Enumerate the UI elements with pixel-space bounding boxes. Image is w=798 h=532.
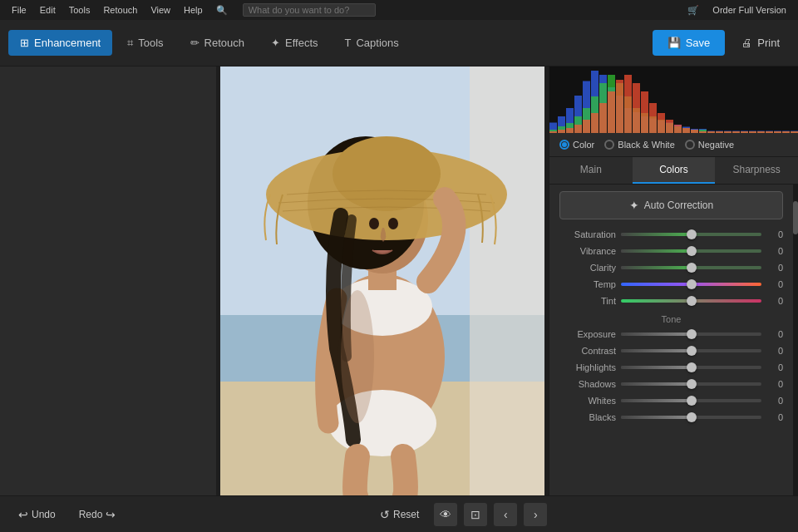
svg-rect-3 xyxy=(470,66,544,495)
tab-captions[interactable]: T Captions xyxy=(333,30,411,56)
svg-point-13 xyxy=(388,218,398,229)
color-mode-selector: Color Black & White Negative xyxy=(549,133,798,157)
negative-radio xyxy=(685,140,695,150)
blacks-label: Blacks xyxy=(559,412,616,422)
exposure-row: Exposure 0 xyxy=(559,329,783,339)
menu-view[interactable]: View xyxy=(145,3,175,17)
menu-bar: File Edit Tools Retouch View Help 🔍 🛒 Or… xyxy=(0,0,798,20)
vibrance-slider[interactable] xyxy=(621,249,761,253)
fit-icon: ⊡ xyxy=(470,508,480,521)
search-input[interactable] xyxy=(243,3,376,17)
order-full[interactable]: 🛒 Order Full Version xyxy=(682,3,791,17)
prev-button[interactable]: ‹ xyxy=(494,503,517,526)
exposure-slider[interactable] xyxy=(621,332,761,336)
clarity-slider[interactable] xyxy=(621,266,761,269)
save-icon: 💾 xyxy=(667,37,681,49)
undo-button[interactable]: ↩ Undo xyxy=(10,503,64,526)
search-icon: 🔍 xyxy=(211,3,233,17)
wand-icon: ✦ xyxy=(629,199,639,212)
reset-button[interactable]: ↺ Reset xyxy=(372,503,427,526)
eye-button[interactable]: 👁 xyxy=(434,503,457,526)
exposure-label: Exposure xyxy=(559,329,616,339)
undo-icon: ↩ xyxy=(18,508,28,521)
contrast-row: Contrast 0 xyxy=(559,346,783,356)
menu-help[interactable]: Help xyxy=(179,3,208,17)
color-mode-color[interactable]: Color xyxy=(559,140,594,150)
contrast-value: 0 xyxy=(766,346,783,356)
highlights-value: 0 xyxy=(766,362,783,372)
next-button[interactable]: › xyxy=(524,503,547,526)
photo-canvas xyxy=(220,66,544,495)
whites-slider[interactable] xyxy=(621,399,761,402)
shadows-slider[interactable] xyxy=(621,382,761,386)
next-icon: › xyxy=(534,508,538,521)
tab-main[interactable]: Main xyxy=(549,157,633,184)
tint-row: Tint 0 xyxy=(559,296,783,306)
highlights-row: Highlights 0 xyxy=(559,362,783,372)
toolbar-actions: 💾 Save 🖨 Print xyxy=(653,30,790,56)
right-panel: Color Black & White Negative Main Colors… xyxy=(549,66,798,495)
contrast-slider[interactable] xyxy=(621,349,761,352)
crop-icon: ⌗ xyxy=(127,37,133,50)
effects-icon: ✦ xyxy=(271,37,280,49)
blacks-value: 0 xyxy=(766,412,783,422)
tint-label: Tint xyxy=(559,296,616,306)
clarity-value: 0 xyxy=(766,263,783,273)
redo-button[interactable]: Redo ↪ xyxy=(71,503,125,526)
canvas-area xyxy=(216,66,549,495)
temp-row: Temp 0 xyxy=(559,279,783,289)
menu-edit[interactable]: Edit xyxy=(35,3,61,17)
shadows-label: Shadows xyxy=(559,379,616,389)
auto-correction-button[interactable]: ✦ Auto Correction xyxy=(559,191,783,219)
clarity-label: Clarity xyxy=(559,263,616,273)
clarity-row: Clarity 0 xyxy=(559,263,783,273)
color-mode-bw[interactable]: Black & White xyxy=(604,140,674,150)
text-icon: T xyxy=(345,37,352,49)
bottom-bar: ↩ Undo Redo ↪ ↺ Reset 👁 ⊡ ‹ › xyxy=(0,495,798,532)
highlights-label: Highlights xyxy=(559,362,616,372)
menu-file[interactable]: File xyxy=(7,3,32,17)
saturation-label: Saturation xyxy=(559,229,616,239)
fit-button[interactable]: ⊡ xyxy=(464,503,487,526)
brush-icon: ✏ xyxy=(190,37,200,49)
eye-icon: 👁 xyxy=(440,508,451,521)
print-icon: 🖨 xyxy=(741,37,752,49)
left-panel xyxy=(0,66,216,495)
tone-section-title: Tone xyxy=(559,314,783,324)
svg-point-12 xyxy=(369,218,379,229)
menu-tools[interactable]: Tools xyxy=(64,3,96,17)
histogram xyxy=(549,66,798,133)
color-radio xyxy=(559,140,569,150)
photo-svg xyxy=(220,66,544,495)
tab-retouch[interactable]: ✏ Retouch xyxy=(179,30,256,56)
highlights-slider[interactable] xyxy=(621,366,761,369)
temp-label: Temp xyxy=(559,279,616,289)
prev-icon: ‹ xyxy=(504,508,508,521)
tab-effects[interactable]: ✦ Effects xyxy=(259,30,330,56)
vibrance-row: Vibrance 0 xyxy=(559,246,783,256)
whites-row: Whites 0 xyxy=(559,396,783,406)
color-mode-negative[interactable]: Negative xyxy=(685,140,734,150)
saturation-slider[interactable] xyxy=(621,233,761,236)
save-button[interactable]: 💾 Save xyxy=(653,30,726,56)
vibrance-value: 0 xyxy=(766,246,783,256)
print-button[interactable]: 🖨 Print xyxy=(732,30,790,56)
tab-enhancement[interactable]: ⊞ Enhancement xyxy=(8,30,112,56)
tint-value: 0 xyxy=(766,296,783,306)
tab-sharpness[interactable]: Sharpness xyxy=(715,157,798,184)
tab-colors[interactable]: Colors xyxy=(633,157,716,184)
redo-icon: ↪ xyxy=(106,508,116,521)
enhancement-icon: ⊞ xyxy=(20,37,29,49)
svg-point-14 xyxy=(341,290,374,423)
menu-retouch[interactable]: Retouch xyxy=(98,3,142,17)
scroll-indicator[interactable] xyxy=(793,185,798,495)
saturation-row: Saturation 0 xyxy=(559,229,783,239)
tint-slider[interactable] xyxy=(621,299,761,303)
cart-icon: 🛒 xyxy=(682,3,704,17)
bw-radio xyxy=(604,140,614,150)
temp-slider[interactable] xyxy=(621,283,761,286)
tab-tools[interactable]: ⌗ Tools xyxy=(116,30,175,57)
blacks-slider[interactable] xyxy=(621,416,761,419)
svg-point-11 xyxy=(332,136,441,211)
contrast-label: Contrast xyxy=(559,346,616,356)
